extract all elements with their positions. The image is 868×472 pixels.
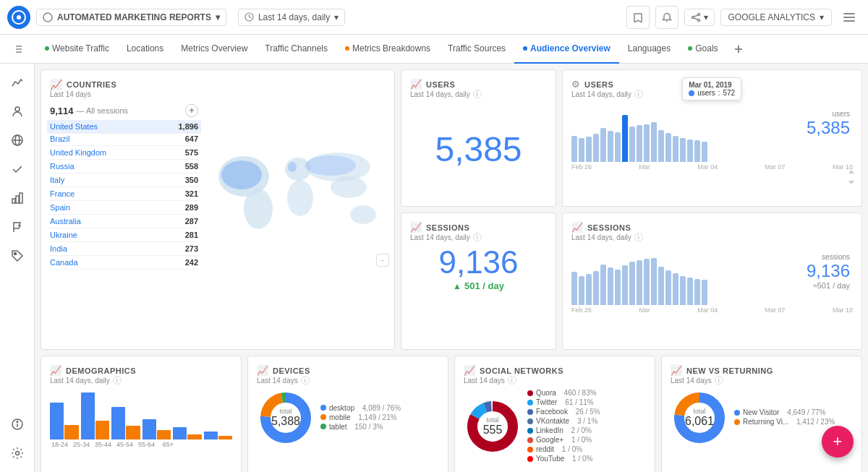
sessions-chart-info[interactable]: i: [634, 233, 643, 241]
age-label-0: 18-24: [50, 441, 69, 448]
sidebar-icon-flag[interactable]: [4, 214, 30, 240]
user-bar: [600, 128, 606, 162]
users-chart-card: ⚙ USERS Last 14 days, daily i Mar 01, 20…: [562, 69, 862, 207]
demo-bar-group: [81, 392, 110, 439]
sessions-small-info[interactable]: i: [473, 233, 482, 241]
country-name: Russia: [50, 162, 75, 171]
scroll-down-icon: [848, 181, 854, 184]
sessions-chart-value-label: sessions: [807, 253, 850, 261]
user-bar: [615, 132, 621, 162]
devices-content: total 5,388 desktop 4,089 / 76% mobile 1…: [257, 389, 439, 447]
report-selector[interactable]: AUTOMATED MARKETING REPORTS ▾: [36, 9, 226, 26]
notification-button[interactable]: [655, 6, 678, 29]
social-info[interactable]: i: [508, 376, 516, 385]
fab-icon: +: [833, 432, 843, 451]
country-value: 273: [185, 244, 198, 253]
demo-blue-bar: [142, 419, 156, 439]
svg-point-39: [221, 160, 262, 189]
svg-point-38: [350, 205, 376, 224]
tab-label-metrics-breakdowns: Metrics Breakdowns: [352, 43, 430, 53]
users-small-info[interactable]: i: [473, 90, 482, 98]
legend-item-returning-visitor: Returning Vi... 1,412 / 23%: [734, 418, 835, 426]
tab-goals[interactable]: Goals: [679, 35, 726, 64]
sidebar-toggle[interactable]: [7, 45, 36, 53]
scroll-indicator[interactable]: [848, 170, 856, 184]
country-name: France: [50, 189, 75, 198]
date-selector-arrow: ▾: [334, 12, 339, 22]
social-content: total 555 Quora 460 / 83% Twitter 61 / 1…: [464, 389, 646, 464]
tab-website-traffic[interactable]: Website Traffic: [36, 35, 118, 64]
country-value: 321: [185, 189, 198, 198]
demo-info[interactable]: i: [113, 376, 122, 385]
sidebar-icon-chart[interactable]: [4, 185, 30, 211]
x-label-0: Feb 26: [571, 163, 592, 171]
sidebar-icon-globe[interactable]: [4, 127, 30, 153]
user-bar: [694, 140, 700, 162]
social-donut: total 555: [464, 398, 522, 455]
country-row: Canada242: [50, 256, 198, 270]
users-small-trend-icon: 📈: [410, 79, 422, 90]
social-total-label: total: [483, 416, 503, 424]
devices-info[interactable]: i: [301, 376, 310, 385]
date-selector[interactable]: Last 14 days, daily ▾: [238, 9, 345, 26]
legend-item-new-visitor: New Visitor 4,649 / 77%: [734, 408, 835, 416]
menu-button[interactable]: [838, 6, 861, 29]
nav-bar: Website Traffic Locations Metrics Overvi…: [0, 35, 868, 64]
legend-label-returning-visitor: Returning Vi...: [743, 418, 788, 426]
svg-point-2: [43, 13, 52, 22]
legend-item-quora: Quora 460 / 83%: [527, 389, 600, 397]
svg-point-30: [15, 452, 19, 455]
sessions-small-sub: ▲ 501 / day: [410, 280, 547, 291]
sessions-small-trend-icon: 📈: [410, 222, 422, 233]
users-chart-subtitle: Last 14 days, daily: [571, 90, 631, 98]
nvr-info[interactable]: i: [715, 376, 723, 385]
legend-label-tablet: tablet: [329, 423, 346, 431]
devices-total-value: 5,388: [271, 415, 300, 428]
sidebar-icon-people[interactable]: [4, 98, 30, 124]
legend-label-mobile: mobile: [329, 413, 350, 421]
demo-blue-bar: [204, 432, 218, 439]
devices-card: 📈 DEVICES Last 14 days i: [247, 356, 448, 472]
tab-languages[interactable]: Languages: [619, 35, 679, 64]
tab-metrics-overview[interactable]: Metrics Overview: [172, 35, 256, 64]
sidebar-icon-info[interactable]: [4, 411, 30, 437]
map-expand-button[interactable]: −: [376, 254, 389, 267]
add-session-button[interactable]: +: [185, 104, 198, 117]
user-bar: [571, 136, 577, 162]
add-tab-button[interactable]: [727, 38, 750, 61]
country-name: Ukraine: [50, 231, 77, 239]
country-value: 575: [185, 148, 198, 157]
fab-add-button[interactable]: +: [822, 426, 854, 458]
bookmark-button[interactable]: [626, 6, 650, 29]
users-chart-info[interactable]: i: [634, 90, 643, 98]
countries-title: COUNTRIES: [67, 80, 116, 89]
legend-dot-youtube: [527, 456, 533, 462]
svg-point-29: [17, 421, 18, 423]
users-chart-xaxis: Feb 26 Mar Mar 04 Mar 07 Mar 10: [571, 163, 853, 171]
legend-label-facebook: Facebook: [536, 408, 568, 416]
ga-selector[interactable]: GOOGLE ANALYTICS ▾: [720, 9, 832, 26]
session-bar: [593, 271, 599, 305]
legend-label-googleplus: Google+: [536, 436, 563, 444]
sidebar-icon-settings[interactable]: [4, 440, 30, 466]
tab-locations[interactable]: Locations: [118, 35, 172, 64]
sidebar-icon-check[interactable]: [4, 156, 30, 182]
tab-metrics-breakdowns[interactable]: Metrics Breakdowns: [336, 35, 439, 64]
svg-point-37: [331, 176, 367, 198]
svg-point-33: [244, 189, 273, 229]
tab-dot-website-traffic: [45, 46, 49, 51]
age-label-5: 65+: [158, 441, 178, 448]
legend-value-new-visitor: 4,649 / 77%: [787, 408, 825, 416]
share-button[interactable]: ▾: [684, 9, 715, 26]
sidebar-icon-analytics[interactable]: [4, 69, 30, 95]
report-selector-arrow: ▾: [216, 12, 220, 22]
sidebar-icon-tag[interactable]: [4, 243, 30, 269]
tab-traffic-channels[interactable]: Traffic Channels: [256, 35, 336, 64]
tab-traffic-sources[interactable]: Traffic Sources: [439, 35, 514, 64]
user-bar: [658, 130, 664, 162]
x-label-1: Mar: [639, 163, 650, 171]
left-sidebar: [0, 64, 35, 472]
tab-label-traffic-sources: Traffic Sources: [448, 43, 506, 53]
tab-audience-overview[interactable]: Audience Overview: [514, 35, 619, 64]
legend-dot-googleplus: [527, 437, 533, 443]
